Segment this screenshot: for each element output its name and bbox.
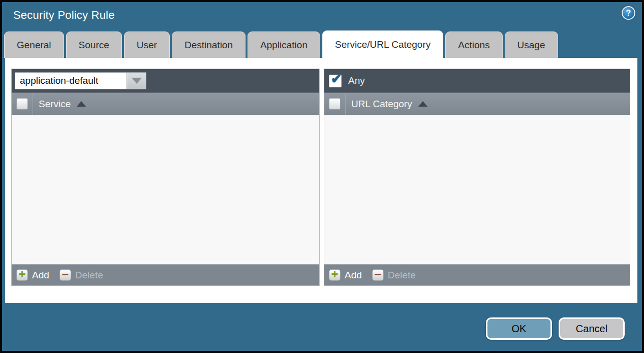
cancel-button[interactable]: Cancel [559,317,625,340]
add-button-label: Add [32,270,49,281]
service-select-all-checkbox[interactable] [16,98,28,110]
tab-source[interactable]: Source [66,31,122,58]
service-table-header: Service [12,92,319,115]
check-icon: ✔ [331,73,342,85]
tab-destination[interactable]: Destination [172,31,246,58]
tab-bar: General Source User Destination Applicat… [4,31,640,58]
any-label: Any [348,75,365,86]
minus-icon: − [372,269,384,281]
tab-user[interactable]: User [124,31,170,58]
url-category-select-all-checkbox[interactable] [329,98,341,110]
service-footer: + Add − Delete [12,264,319,285]
service-toolbar: application-default [12,69,319,92]
url-category-column-header[interactable]: URL Category [351,99,412,110]
url-category-add-button[interactable]: + Add [329,269,362,281]
tab-service-url-category[interactable]: Service/URL Category [322,30,443,58]
tab-actions[interactable]: Actions [445,31,502,58]
url-category-panel: ✔ Any URL Category + Add − Delete [324,69,630,286]
minus-icon: − [59,269,71,281]
plus-icon: + [16,269,28,281]
ok-button[interactable]: OK [486,317,552,340]
tab-general[interactable]: General [4,31,64,58]
plus-icon: + [329,269,341,281]
delete-button-label: Delete [75,270,103,281]
url-category-list[interactable] [324,115,630,264]
service-add-button[interactable]: + Add [16,269,49,281]
sort-ascending-icon[interactable] [77,101,86,107]
service-list[interactable] [12,115,319,264]
service-column-header[interactable]: Service [39,99,71,110]
chevron-down-icon [132,78,142,84]
service-delete-button[interactable]: − Delete [59,269,103,281]
header-divider [345,93,346,115]
url-category-delete-button[interactable]: − Delete [372,269,416,281]
service-type-value: application-default [15,72,127,89]
tab-usage[interactable]: Usage [505,31,558,58]
sort-ascending-icon[interactable] [418,101,427,107]
tab-application[interactable]: Application [248,31,320,58]
dialog-title: Security Policy Rule [13,9,115,22]
tab-content: application-default Service + Add [5,58,637,303]
security-policy-rule-dialog: Security Policy Rule ? General Source Us… [0,0,644,353]
service-type-dropdown[interactable]: application-default [15,72,146,89]
url-category-footer: + Add − Delete [324,264,630,285]
dropdown-arrow-button[interactable] [127,72,146,89]
delete-button-label: Delete [388,270,416,281]
url-category-toolbar: ✔ Any [324,69,630,92]
service-panel: application-default Service + Add [11,69,320,286]
header-divider [33,93,33,115]
help-icon[interactable]: ? [622,6,635,20]
url-category-table-header: URL Category [324,92,630,115]
add-button-label: Add [345,270,362,281]
any-checkbox[interactable]: ✔ [329,75,342,87]
